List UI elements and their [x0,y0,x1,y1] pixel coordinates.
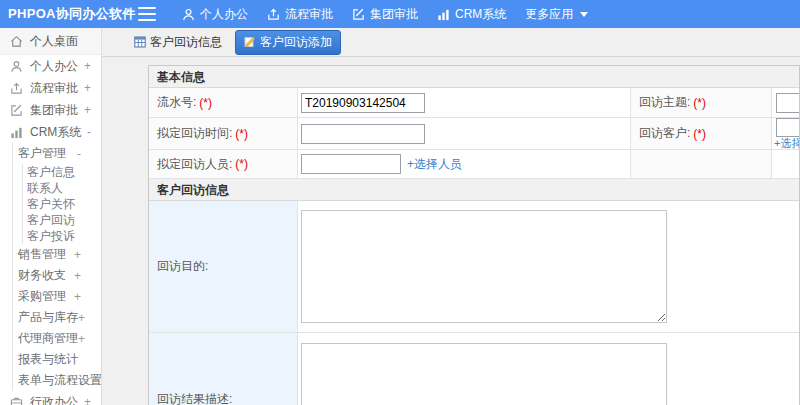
phpoa-app-window: PHPOA协同办公软件 个人办公 流程审批 集团审批 [0,0,800,405]
sidebar-item-reports-statistics[interactable]: 报表与统计 [17,349,101,370]
collapse-icon[interactable]: - [77,147,81,161]
expand-icon[interactable]: + [78,332,85,346]
planned-visit-person-input[interactable] [301,154,401,174]
main-content: 客户回访信息 客户回访添加 基本信息 流水号:(*) [102,28,800,405]
sidebar-item-customer-visit[interactable]: 客户回访 [26,212,101,228]
sidebar-item-customer-management[interactable]: 客户管理 - [17,143,101,164]
sidebar-item-admin-office[interactable]: 行政办公 + [0,391,101,405]
expand-icon[interactable]: + [74,290,81,304]
visit-purpose-textarea[interactable] [301,210,667,323]
visit-customer-input[interactable] [776,118,800,137]
tab-label: 客户回访信息 [150,34,222,51]
user-icon [182,8,195,21]
visit-purpose-label: 回访目的: [149,201,298,332]
select-person-link[interactable]: +选择人员 [407,156,462,173]
subject-label: 回访主题:(*) [631,88,772,117]
planned-person-label: 拟定回访人员:(*) [149,150,298,178]
nav-label: 个人办公 [200,6,248,23]
visit-add-form: 基本信息 流水号:(*) 回访主题:(*) [149,66,800,405]
visit-add-form-panel: 基本信息 流水号:(*) 回访主题:(*) [148,65,800,405]
nav-group-approval[interactable]: 集团审批 [352,6,418,23]
crm-subtree: 客户管理 - 客户信息 联系人 客户关怀 客户回访 客户投诉 销售管理 + 财务… [12,143,101,391]
form-row-purpose: 回访目的: [149,201,800,333]
table-icon [134,36,146,48]
user-icon [10,60,23,73]
expand-icon[interactable]: + [78,311,85,325]
nav-more-apps[interactable]: 更多应用 [525,6,588,23]
required-marker: (*) [235,127,248,141]
expand-icon[interactable]: + [84,81,91,95]
nav-label: 流程审批 [285,6,333,23]
form-row-person: 拟定回访人员:(*) +选择人员 [149,150,800,179]
expand-icon[interactable]: + [74,269,81,283]
visit-subject-input[interactable] [776,93,800,113]
caret-down-icon [580,12,588,17]
expand-icon[interactable]: + [84,395,91,405]
nav-label: 集团审批 [370,6,418,23]
sidebar-item-contacts[interactable]: 联系人 [26,180,101,196]
tab-customer-visit-info[interactable]: 客户回访信息 [128,31,228,54]
planned-time-label: 拟定回访时间:(*) [149,118,298,149]
sidebar-item-personal-office[interactable]: 个人办公 + [0,55,101,77]
nav-label: CRM系统 [455,6,506,23]
section-header-basic-info: 基本信息 [149,66,800,88]
sidebar-item-sales-management[interactable]: 销售管理 + [17,244,101,265]
sidebar-item-purchasing[interactable]: 采购管理 + [17,286,101,307]
briefcase-icon [10,396,23,405]
app-logo: PHPOA协同办公软件 [0,5,138,23]
tab-label: 客户回访添加 [260,34,332,51]
nav-crm-system[interactable]: CRM系统 [437,6,506,23]
expand-icon[interactable]: + [84,103,91,117]
flow-icon [267,8,280,21]
tab-customer-visit-add[interactable]: 客户回访添加 [235,30,341,55]
sidebar-item-personal-desktop[interactable]: 个人桌面 [0,28,101,55]
form-row-serial-subject: 流水号:(*) 回访主题:(*) [149,88,800,118]
required-marker: (*) [199,96,212,110]
home-icon [10,35,23,48]
sidebar-item-customer-info[interactable]: 客户信息 [26,164,101,180]
edit-icon [10,104,23,117]
select-enterprise-link[interactable]: +选择企业 [774,137,800,149]
serial-number-input[interactable] [301,93,425,113]
required-marker: (*) [693,96,706,110]
topbar: PHPOA协同办公软件 个人办公 流程审批 集团审批 [0,0,800,28]
nav-personal-office[interactable]: 个人办公 [182,6,248,23]
nav-workflow-approval[interactable]: 流程审批 [267,6,333,23]
expand-icon[interactable]: - [87,125,91,139]
expand-icon[interactable]: + [74,248,81,262]
flow-icon [10,82,23,95]
section-header-visit-info: 客户回访信息 [149,179,800,201]
chart-icon [437,8,450,21]
sidebar-item-workflow-approval[interactable]: 流程审批 + [0,77,101,99]
required-marker: (*) [235,157,248,171]
sidebar-item-products-inventory[interactable]: 产品与库存 + [17,307,101,328]
chart-icon [10,126,23,139]
add-edit-icon [244,36,256,48]
form-row-result: 回访结果描述: [149,333,800,405]
sidebar-item-customer-complaint[interactable]: 客户投诉 [26,228,101,244]
visit-result-label: 回访结果描述: [149,333,298,405]
form-row-time-customer: 拟定回访时间:(*) 回访客户:(*) +选择企业 [149,118,800,150]
sidebar-item-customer-care[interactable]: 客户关怀 [26,196,101,212]
nav-label: 更多应用 [525,6,573,23]
required-marker: (*) [693,127,706,141]
sidebar-item-form-flow-settings[interactable]: 表单与流程设置+ [17,370,101,391]
visit-result-textarea[interactable] [301,343,667,405]
sidebar-item-group-approval[interactable]: 集团审批 + [0,99,101,121]
visit-customer-label: 回访客户:(*) [631,118,772,149]
edit-icon [352,8,365,21]
planned-visit-time-input[interactable] [301,124,425,144]
sidebar-item-agent-management[interactable]: 代理商管理 + [17,328,101,349]
sidebar: 个人桌面 个人办公 + 流程审批 + 集团审批 + [0,28,102,405]
expand-icon[interactable]: + [84,59,91,73]
customer-management-subtree: 客户信息 联系人 客户关怀 客户回访 客户投诉 [22,164,101,244]
hamburger-menu-icon[interactable] [138,7,156,21]
serial-label: 流水号:(*) [149,88,298,117]
tab-bar: 客户回访信息 客户回访添加 [102,28,800,57]
top-navigation: 个人办公 流程审批 集团审批 CRM系统 更多应用 [182,6,588,23]
sidebar-item-finance[interactable]: 财务收支 + [17,265,101,286]
sidebar-item-crm-system[interactable]: CRM系统 - [0,121,101,143]
